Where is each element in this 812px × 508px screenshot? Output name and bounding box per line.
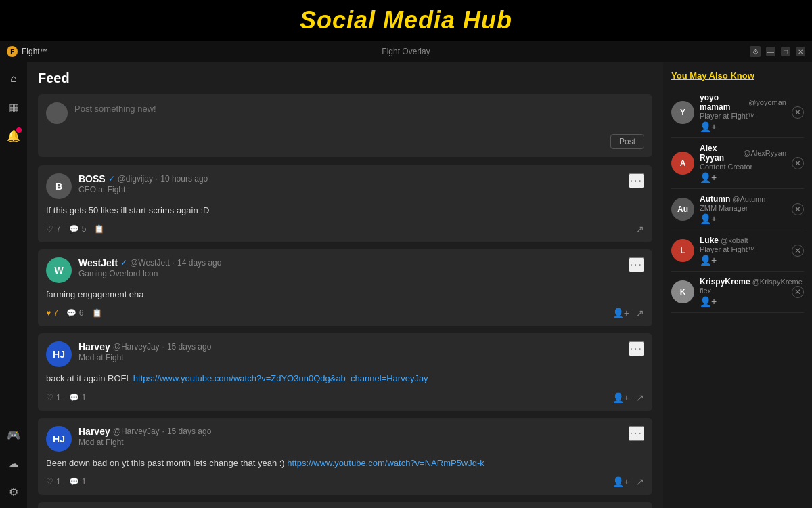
- suggestion-info: Alex Ryyan @AlexRyyan Content Creator 👤+: [700, 144, 786, 183]
- suggestion-avatar: L: [671, 239, 694, 262]
- app-name: Fight™: [22, 47, 48, 56]
- post-body: Been down bad on yt this past month lets…: [46, 457, 644, 469]
- follow-button[interactable]: 👤+: [700, 213, 717, 224]
- comment-button[interactable]: 💬 6: [66, 308, 84, 318]
- share-button[interactable]: ↗: [636, 476, 644, 487]
- like-button[interactable]: ♡ 1: [46, 393, 61, 402]
- suggestion-follow-row: 👤+: [700, 121, 786, 132]
- sidebar-item-settings[interactable]: ⚙: [4, 482, 23, 501]
- sidebar-item-notifications[interactable]: 🔔: [4, 126, 23, 145]
- suggestion-subtitle: ZMM Manager: [700, 204, 786, 212]
- post-subtitle: Mod at Fight: [78, 438, 629, 447]
- comment-icon: 💬: [69, 393, 79, 402]
- post-time: 15 days ago: [167, 427, 211, 436]
- comment-count: 1: [82, 393, 87, 402]
- post-meta: BOSS ✓ @digvijay · 10 hours ago CEO at F…: [78, 173, 629, 194]
- top-banner: Social Media Hub: [0, 0, 812, 41]
- post-header: B BOSS ✓ @digvijay · 10 hours ago CEO at…: [46, 173, 644, 199]
- close-button[interactable]: ✕: [796, 47, 805, 56]
- follow-action-button[interactable]: 👤+: [612, 392, 629, 403]
- post-subtitle: Mod at Fight: [78, 353, 629, 362]
- comment-button[interactable]: 💬 1: [69, 477, 87, 486]
- main-layout: ⌂ ▦ 🔔 🎮 ☁ ⚙ Feed Post: [0, 62, 812, 508]
- like-button[interactable]: ♡ 7: [46, 224, 61, 234]
- post-header: HJ Harvey @HarveyJay · 15 days ago Mod a…: [46, 341, 644, 367]
- post-avatar: W: [46, 257, 72, 283]
- suggestion-follow-row: 👤+: [700, 172, 786, 183]
- follow-button[interactable]: 👤+: [700, 172, 717, 183]
- sidebar-item-calendar[interactable]: ▦: [4, 98, 23, 117]
- comment-button[interactable]: 💬 1: [69, 393, 87, 402]
- suggestions-container: Y yoyo mamam @yoyoman Player at Fight™ 👤…: [671, 87, 804, 313]
- suggestion-subtitle: flex: [700, 287, 786, 295]
- post-handle: @digvijay: [118, 174, 153, 184]
- suggestion-handle: @kobalt: [721, 236, 748, 245]
- follow-action-button[interactable]: 👤+: [612, 476, 629, 487]
- compose-box: Post: [38, 94, 652, 157]
- posts-container: B BOSS ✓ @digvijay · 10 hours ago CEO at…: [38, 165, 652, 508]
- follow-button[interactable]: 👤+: [700, 121, 717, 132]
- post-menu-button[interactable]: ···: [629, 341, 644, 356]
- dismiss-button[interactable]: ✕: [792, 203, 804, 215]
- maximize-button[interactable]: □: [781, 47, 790, 56]
- like-button[interactable]: ♡ 1: [46, 477, 61, 486]
- follow-button[interactable]: 👤+: [700, 296, 717, 307]
- heart-icon: ♡: [46, 224, 53, 234]
- dismiss-button[interactable]: ✕: [792, 286, 804, 298]
- post-button[interactable]: Post: [610, 134, 644, 149]
- comment-icon: 💬: [69, 477, 79, 486]
- feed-title: Feed: [38, 70, 652, 86]
- sidebar-item-home[interactable]: ⌂: [4, 69, 23, 88]
- like-button[interactable]: ♥ 7: [46, 308, 58, 318]
- compose-input[interactable]: [74, 102, 644, 115]
- comment-button[interactable]: 💬 5: [69, 224, 87, 234]
- post-name-row: Harvey @HarveyJay · 15 days ago: [78, 426, 629, 437]
- comment-icon: 💬: [69, 224, 79, 234]
- follow-button[interactable]: 👤+: [700, 255, 717, 266]
- post-header: W WestJett ✓ @WestJett · 14 days ago Gam…: [46, 257, 644, 283]
- suggestion-name: KrispyKreme: [700, 277, 750, 287]
- share-button[interactable]: ↗: [636, 224, 644, 234]
- like-count: 7: [53, 308, 58, 318]
- dismiss-button[interactable]: ✕: [792, 106, 804, 119]
- share-button[interactable]: ↗: [636, 392, 644, 403]
- post-dot: ·: [173, 258, 175, 268]
- suggestion-follow-row: 👤+: [700, 255, 786, 266]
- app-icon: F: [7, 46, 18, 57]
- suggestion-handle: @yoyoman: [748, 98, 786, 106]
- action-right: 👤+ ↗: [612, 476, 644, 487]
- post-menu-button[interactable]: ···: [629, 173, 644, 188]
- post-menu-button[interactable]: ···: [629, 426, 644, 441]
- post-actions: ♡ 7 💬 5 📋 ↗: [46, 224, 644, 234]
- clip-button[interactable]: 📋: [92, 308, 102, 318]
- post-card: W WestJett ✓ @WestJett · 14 days ago Gam…: [38, 249, 652, 326]
- post-menu-button[interactable]: ···: [629, 257, 644, 272]
- suggestion-item: A Alex Ryyan @AlexRyyan Content Creator …: [671, 138, 804, 189]
- sidebar-item-gaming[interactable]: 🎮: [4, 425, 23, 444]
- title-bar: F Fight™ Fight Overlay ⚙ — □ ✕: [0, 41, 812, 62]
- post-dot: ·: [162, 342, 164, 352]
- post-card: B BOSS ✓ @digvijay · 16 days ago CEO at …: [38, 502, 652, 508]
- suggestion-subtitle: Content Creator: [700, 163, 786, 171]
- compose-avatar: [46, 102, 68, 124]
- title-bar-left: F Fight™: [7, 46, 48, 57]
- comment-count: 1: [82, 477, 87, 486]
- suggestion-follow-row: 👤+: [700, 213, 786, 224]
- post-name: Harvey: [78, 426, 110, 437]
- clip-button[interactable]: 📋: [94, 224, 104, 234]
- like-count: 7: [56, 224, 61, 234]
- heart-icon: ♥: [46, 308, 51, 318]
- settings-icon[interactable]: ⚙: [750, 46, 761, 57]
- follow-action-button[interactable]: 👤+: [612, 308, 629, 318]
- dismiss-button[interactable]: ✕: [792, 157, 804, 169]
- sidebar-item-cloud[interactable]: ☁: [4, 454, 23, 473]
- dismiss-button[interactable]: ✕: [792, 245, 804, 257]
- post-name: BOSS: [78, 173, 106, 184]
- post-time: 15 days ago: [167, 342, 211, 352]
- minimize-button[interactable]: —: [766, 47, 775, 56]
- suggestion-handle: @KrispyKreme: [752, 278, 803, 286]
- post-avatar: HJ: [46, 426, 72, 452]
- share-button[interactable]: ↗: [636, 308, 644, 318]
- suggestion-follow-row: 👤+: [700, 296, 786, 307]
- suggestion-avatar: K: [671, 280, 694, 303]
